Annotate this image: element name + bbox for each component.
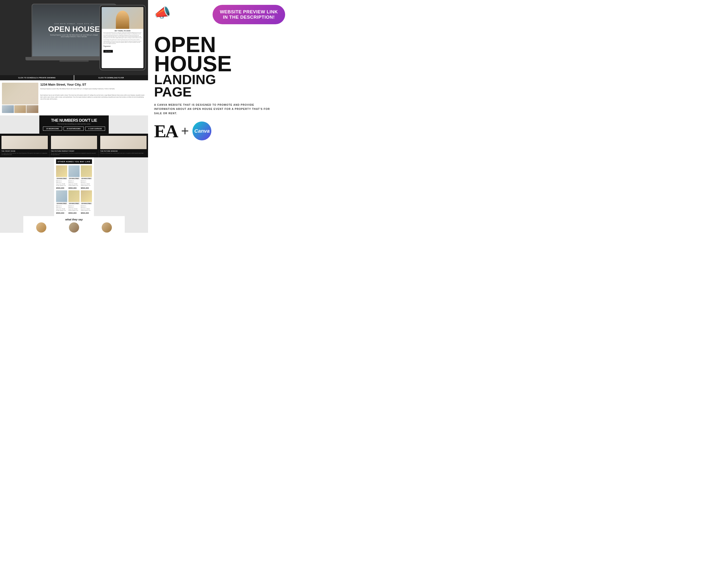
plus-sign: + — [181, 123, 189, 139]
testimonials-title: what they say — [25, 218, 123, 221]
action-buttons-bar-top: CLICK TO SCHEDULE A PRIVATE SHOWING CLIC… — [0, 75, 148, 80]
picture-front-image — [51, 136, 97, 149]
laptop-description: Stunning & Spacious Lauren's Bay Villa W… — [50, 34, 98, 38]
home-card-6-address: 1234 MAIN STREET — [81, 202, 92, 205]
home-card-6-price: $500,000 — [81, 212, 92, 214]
get-in-touch-button[interactable]: Get In Touch — [103, 50, 113, 53]
home-card-1-price: $500,000 — [56, 187, 67, 189]
agent-photo — [116, 11, 129, 29]
home-card-6[interactable]: 1234 MAIN STREET Bedrooms: 4 Bathrooms: … — [81, 190, 92, 214]
property-text: 1234 Main Street, Your City, ST Stunning… — [40, 83, 146, 113]
property-description-1: Stunning & Spacious Lauren's Bay Villa W… — [40, 88, 146, 90]
home-card-5-price: $500,000 — [69, 212, 80, 214]
heading-house: HOUSE — [154, 54, 285, 74]
agent-bio-1: Stone & Story Real Estate Group is a ful… — [103, 32, 142, 38]
home-card-2-image — [69, 165, 80, 177]
agent-signature: Signature — [103, 45, 142, 47]
numbers-subtitle: This home has everything you need and th… — [43, 123, 105, 124]
tablet-hero-image — [102, 7, 144, 29]
bedrooms-badge: 15 BEDROOMS — [43, 127, 62, 131]
home-card-6-details: Bedrooms: 4 Bathrooms: 2 Square Feet: 16… — [81, 205, 92, 212]
laptop-open-house-title: OPEN HOUSE — [48, 25, 100, 33]
property-thumb-2 — [14, 105, 26, 113]
testimonials-grid: John Smith is the best real estate agent… — [25, 222, 123, 233]
other-homes-grid: 1234 MAIN STREET Bedrooms: 4 Bathrooms: … — [56, 165, 92, 214]
home-card-3[interactable]: 1234 MAIN STREET Bedrooms: 4 Bathrooms: … — [81, 165, 92, 189]
property-description-2: Each bedroom has its own full bath & wal… — [40, 94, 146, 100]
preview-inner: 1234 MAIN STREET, YOUR CITY, ST OPEN HOU… — [0, 0, 148, 233]
home-card-1[interactable]: 1234 MAIN STREET Bedrooms: 4 Bathrooms: … — [56, 165, 67, 189]
banner-line-1: WEBSITE PREVIEW LINK — [220, 9, 278, 14]
other-homes-section: OTHER HOMES YOU MAY LIKE 1234 MAIN STREE… — [54, 157, 94, 216]
heading-page: PAGE — [154, 86, 285, 98]
canva-logo: Canva — [192, 121, 211, 140]
bathrooms-badge: 25 BATHROOMS — [63, 127, 84, 131]
testimonial-3: John Smith is the best real estate agent… — [91, 222, 123, 233]
picture-window-image — [100, 136, 147, 149]
tablet-inner: HEY THERE, I'M JOHN! Stone & Story Real … — [102, 7, 144, 68]
garage-badge: 4 CAR GARAGE — [85, 127, 105, 131]
home-card-5-image — [69, 190, 80, 202]
testimonial-1-avatar — [36, 222, 46, 232]
home-card-1-image — [56, 165, 67, 177]
testimonial-1: John Smith is the best real estate agent… — [25, 222, 57, 233]
testimonial-2: John Smith is the best real estate agent… — [58, 222, 90, 233]
laptop-stand — [59, 60, 88, 62]
property-address: 1234 Main Street, Your City, ST — [40, 83, 146, 87]
home-card-4-image — [56, 190, 67, 202]
front-room-image — [1, 136, 48, 149]
numbers-section: THE NUMBERS DON'T LIE This home has ever… — [39, 115, 109, 134]
tablet-device: HEY THERE, I'M JOHN! Stone & Story Real … — [100, 5, 146, 70]
property-thumb-3 — [26, 105, 38, 113]
picture-window-desc: Perfect for a Christmas tree, to sit and… — [100, 153, 147, 154]
schedule-showing-button-top[interactable]: CLICK TO SCHEDULE A PRIVATE SHOWING — [0, 75, 74, 80]
preview-link-banner: WEBSITE PREVIEW LINK IN THE DESCRIPTION! — [213, 5, 285, 24]
banner-area: 📣 WEBSITE PREVIEW LINK IN THE DESCRIPTIO… — [154, 5, 285, 31]
ea-logo: EA — [154, 122, 177, 140]
picture-window-title: THE PICTURE WINDOW — [100, 150, 147, 152]
testimonial-2-avatar — [69, 222, 79, 232]
home-card-2-address: 1234 MAIN STREET — [69, 177, 80, 180]
picture-front-title: THE PICTURE PERFECT FRONT — [51, 150, 97, 152]
banner-line-2: IN THE DESCRIPTION! — [223, 15, 275, 20]
front-room-title: THE FRONT ROOM — [1, 150, 48, 152]
home-card-2[interactable]: 1234 MAIN STREET Bedrooms: 4 Bathrooms: … — [69, 165, 80, 189]
home-card-3-price: $500,000 — [81, 187, 92, 189]
picture-front-desc: The front porch is warm and welcoming. Y… — [51, 153, 97, 156]
home-card-4[interactable]: 1234 MAIN STREET Bedrooms: 4 Bathrooms: … — [56, 190, 67, 214]
agent-greeting: HEY THERE, I'M JOHN! — [103, 30, 142, 31]
preview-container: 1234 MAIN STREET, YOUR CITY, ST OPEN HOU… — [0, 0, 148, 233]
rooms-row: THE FRONT ROOM It is a great size and fl… — [0, 134, 148, 157]
megaphone-icon: 📣 — [154, 6, 171, 20]
branding-area: EA + Canva — [154, 121, 285, 140]
home-card-5-details: Bedrooms: 4 Bathrooms: 2 Square Feet: 16… — [69, 205, 80, 212]
home-card-3-image — [81, 165, 92, 177]
home-card-2-price: $500,000 — [69, 187, 80, 189]
laptop-address: 1234 MAIN STREET, YOUR CITY, ST — [54, 23, 94, 25]
home-card-1-details: Bedrooms: 4 Bathrooms: 2 Square Feet: 15… — [56, 180, 67, 187]
room-front-room: THE FRONT ROOM It is a great size and fl… — [0, 134, 50, 157]
room-picture-front: THE PICTURE PERFECT FRONT The front porc… — [50, 134, 99, 157]
numbers-title: THE NUMBERS DON'T LIE — [43, 118, 105, 123]
property-thumbnails — [2, 105, 38, 113]
home-card-4-price: $500,000 — [56, 212, 67, 214]
property-thumb-1 — [2, 105, 14, 113]
home-card-3-details: Bedrooms: 4 Bathrooms: 2 Square Feet: 15… — [81, 180, 92, 187]
home-card-4-address: 1234 MAIN STREET — [56, 202, 67, 205]
tablet-text-area: HEY THERE, I'M JOHN! Stone & Story Real … — [102, 29, 144, 54]
laptop-wrapper: 1234 MAIN STREET, YOUR CITY, ST OPEN HOU… — [0, 0, 148, 75]
download-flyer-button-top[interactable]: CLICK TO DOWNLOAD FLYER — [74, 75, 148, 80]
other-homes-title: OTHER HOMES YOU MAY LIKE — [56, 159, 92, 164]
property-main-image — [2, 83, 38, 105]
right-panel: 📣 WEBSITE PREVIEW LINK IN THE DESCRIPTIO… — [148, 0, 291, 233]
property-listing: 1234 Main Street, Your City, ST Stunning… — [0, 80, 148, 115]
home-card-2-details: Bedrooms: 4 Bathrooms: 2 Square Feet: 15… — [69, 180, 80, 187]
home-card-1-address: 1234 MAIN STREET — [56, 177, 67, 180]
home-card-5[interactable]: 1234 MAIN STREET Bedrooms: 4 Bathrooms: … — [69, 190, 80, 214]
front-room-desc: It is a great size and flows well into o… — [1, 153, 48, 156]
testimonials-section: what they say John Smith is the best rea… — [23, 216, 125, 233]
home-card-3-address: 1234 MAIN STREET — [81, 177, 92, 180]
home-card-6-image — [81, 190, 92, 202]
agent-bio-2: Our knowledge of the market and our rese… — [103, 39, 142, 45]
room-picture-window: THE PICTURE WINDOW Perfect for a Christm… — [99, 134, 148, 157]
